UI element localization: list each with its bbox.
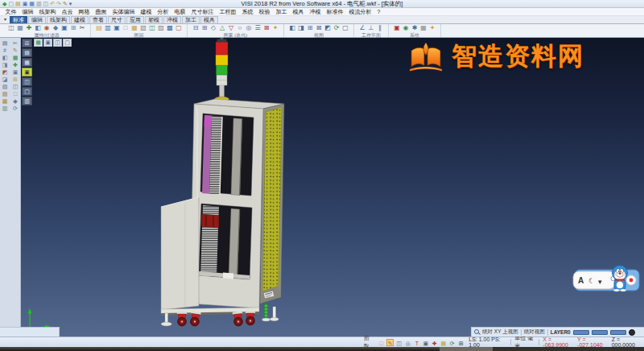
sidebar-tool-icon[interactable]: ▨ xyxy=(1,91,10,97)
sidebar-tool-icon[interactable]: ◆ xyxy=(11,98,20,105)
quick-access-icon[interactable]: ▢ xyxy=(8,1,14,7)
snap-toggle-icon[interactable]: ▤ xyxy=(440,339,447,346)
toolbar-tab[interactable]: 尺寸 xyxy=(108,16,126,23)
status-box[interactable] xyxy=(592,330,608,335)
snap-toggle-icon[interactable]: ✚ xyxy=(431,339,438,346)
ribbon-icon[interactable]: ◧ xyxy=(34,24,42,32)
mini-toolbar-button[interactable]: ▣ xyxy=(43,39,52,47)
ribbon-icon[interactable]: ⟳ xyxy=(332,24,341,32)
active-layer-label[interactable]: LAYER0 xyxy=(551,329,571,335)
snap-toggle-icon[interactable]: □ xyxy=(378,339,385,346)
status-box[interactable] xyxy=(573,330,589,335)
snap-toggle-icon[interactable]: ◎ xyxy=(404,339,411,346)
menu-item[interactable]: 实体编辑 xyxy=(109,8,138,16)
sidebar-tool-icon[interactable]: ▩ xyxy=(1,98,10,105)
quick-access-icon[interactable]: ▥ xyxy=(36,1,42,7)
menu-item[interactable]: 电极 xyxy=(171,8,188,16)
ribbon-icon[interactable]: ▦ xyxy=(130,24,138,32)
menu-item[interactable]: 网格 xyxy=(76,8,93,16)
status-globe-icon[interactable] xyxy=(629,329,635,336)
menu-item[interactable]: 模流分析 xyxy=(346,8,374,16)
ribbon-icon[interactable]: ⊞ xyxy=(69,24,77,32)
taskbar-segment[interactable] xyxy=(440,347,493,351)
ribbon-icon[interactable]: △ xyxy=(218,24,226,32)
menu-item[interactable]: 工程图 xyxy=(217,8,239,16)
taskbar-segment[interactable] xyxy=(493,347,644,351)
ribbon-icon[interactable]: ◆ xyxy=(52,24,60,32)
ribbon-icon[interactable]: ◨ xyxy=(297,24,305,32)
menu-item[interactable]: 冲模 xyxy=(307,8,324,16)
menu-item[interactable]: 分析 xyxy=(155,8,171,16)
palette-button[interactable]: ◫ xyxy=(22,77,32,86)
menu-item[interactable]: 系统 xyxy=(239,8,256,16)
mini-toolbar-button[interactable]: ▢ xyxy=(63,39,72,47)
sidebar-tool-icon[interactable]: ◨ xyxy=(1,62,10,68)
ribbon-icon[interactable]: ◉ xyxy=(402,24,410,32)
taskbar-edge[interactable] xyxy=(0,347,644,351)
menu-item[interactable]: 建模 xyxy=(138,8,155,16)
toolbar-tab[interactable]: 建模 xyxy=(71,16,89,23)
ribbon-icon[interactable]: ⊥ xyxy=(367,24,375,32)
sidebar-tool-icon[interactable]: # xyxy=(1,47,10,54)
menu-item[interactable]: 加工 xyxy=(273,8,290,16)
mini-toolbar-button[interactable]: ▦ xyxy=(34,39,43,47)
ribbon-icon[interactable]: ⊞ xyxy=(306,24,314,32)
ribbon-icon[interactable]: ▽ xyxy=(227,24,235,32)
sidebar-tool-icon[interactable]: ▦ xyxy=(11,55,20,61)
ribbon-icon[interactable]: ◎ xyxy=(245,24,253,32)
ribbon-icon[interactable]: ▨ xyxy=(157,24,165,32)
ribbon-icon[interactable]: ◩ xyxy=(324,24,332,32)
toolbar-tab[interactable]: 模具 xyxy=(200,16,218,23)
menu-item[interactable]: 模具 xyxy=(290,8,307,16)
ribbon-icon[interactable]: ✦ xyxy=(271,24,279,32)
ribbon-icon[interactable]: ▥ xyxy=(104,24,112,32)
snap-toggle-icon[interactable]: ◫ xyxy=(395,339,402,346)
sidebar-tool-icon[interactable]: ✚ xyxy=(11,62,20,68)
toolbar-tab[interactable]: 应用 xyxy=(126,16,144,23)
sidebar-tool-icon[interactable]: ◪ xyxy=(1,76,10,83)
menu-item[interactable]: 校验 xyxy=(256,8,273,16)
snap-toggle-icon[interactable]: ⟳ xyxy=(448,339,456,346)
toolbar-tab[interactable]: 标准 xyxy=(10,16,27,23)
ribbon-icon[interactable]: ⊠ xyxy=(262,24,270,32)
tab-dropdown-icon[interactable]: ▾ xyxy=(2,16,9,23)
3d-viewport[interactable]: ▤✂#✎◧▦◨✚◩▣◪⊞▧◫▨□▩◆▥⟳ ☰▤▦▣◫▢▥ ▦▣◫▢ 智造资料网 xyxy=(0,38,644,337)
sidebar-tool-icon[interactable]: ◫ xyxy=(11,84,20,90)
mini-toolbar-button[interactable]: ◫ xyxy=(53,39,62,47)
menu-item[interactable]: ? xyxy=(374,9,383,14)
toolbar-tab[interactable]: 冲模 xyxy=(163,16,181,23)
ribbon-icon[interactable]: ✂ xyxy=(78,24,86,32)
snap-toggle-icon[interactable]: ⊞ xyxy=(457,339,464,346)
snap-toggle-icon[interactable]: ✎ xyxy=(386,339,394,346)
ribbon-icon[interactable]: ◉ xyxy=(43,24,51,32)
quick-access-icon[interactable]: ◆ xyxy=(2,1,6,7)
quick-access-icon[interactable]: ▣ xyxy=(23,1,28,7)
quick-access-icon[interactable]: ✎ xyxy=(63,1,68,7)
ribbon-icon[interactable]: ▢ xyxy=(341,24,349,32)
ribbon-icon[interactable]: ◧ xyxy=(288,24,296,32)
menu-item[interactable]: 曲面 xyxy=(93,8,109,16)
toolbar-tab[interactable]: 编辑 xyxy=(28,16,46,23)
menu-item[interactable]: 文件 xyxy=(2,8,19,16)
snap-toggle-icon[interactable]: ▣ xyxy=(422,339,429,346)
palette-button[interactable]: ▥ xyxy=(22,97,32,105)
ribbon-icon[interactable]: ∥ xyxy=(376,24,384,32)
quick-access-icon[interactable]: ▾ xyxy=(69,1,72,7)
ribbon-icon[interactable]: ✚ xyxy=(25,24,33,32)
ribbon-icon[interactable]: ∠ xyxy=(358,24,366,32)
menu-item[interactable]: 线架构 xyxy=(36,8,59,16)
toolbar-tab[interactable]: 塑模 xyxy=(145,16,163,23)
sidebar-tool-icon[interactable]: ▣ xyxy=(11,69,20,76)
sidebar-tool-icon[interactable]: ✂ xyxy=(11,40,20,47)
snap-toggle-icon[interactable]: T xyxy=(413,339,420,346)
quick-access-icon[interactable]: ▤ xyxy=(15,1,21,7)
ribbon-icon[interactable]: ◇ xyxy=(209,24,217,32)
ribbon-icon[interactable]: ◫ xyxy=(148,24,156,32)
ribbon-icon[interactable]: ⊠ xyxy=(315,24,323,32)
sidebar-tool-icon[interactable]: ⊞ xyxy=(11,76,20,83)
command-prompt-box[interactable] xyxy=(0,327,60,337)
sidebar-tool-icon[interactable]: ⟳ xyxy=(11,105,20,112)
ribbon-icon[interactable]: ✱ xyxy=(411,24,419,32)
quick-access-icon[interactable]: ▦ xyxy=(29,1,35,7)
quick-access-icon[interactable]: ↶ xyxy=(50,1,55,7)
